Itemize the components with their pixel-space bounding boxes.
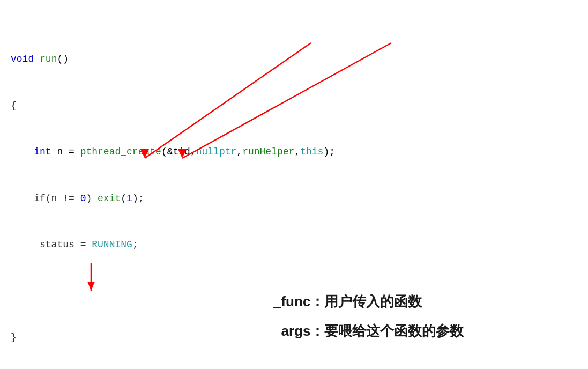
code-display: void run() { int n = pthread_create(&tid… xyxy=(11,5,577,369)
code-line-4: if(n != 0) exit(1); xyxy=(11,191,577,206)
code-line-2: { xyxy=(11,98,577,114)
code-line-1: void run() xyxy=(11,51,577,67)
func-annotation: _func：用户传入的函数 xyxy=(273,292,422,311)
code-line-3: int n = pthread_create(&tid,nullptr,runH… xyxy=(11,144,577,160)
args-annotation: _args：要喂给这个函数的参数 xyxy=(273,322,464,341)
code-line-5: _status = RUNNING; xyxy=(11,237,577,253)
